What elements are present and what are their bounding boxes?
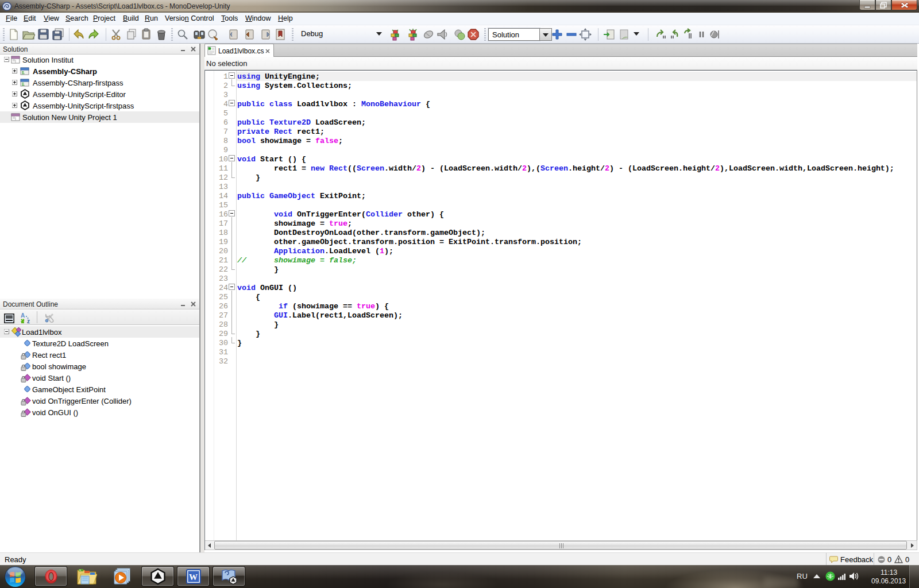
svg-text:A: A	[21, 313, 25, 319]
svg-text:z: z	[27, 318, 30, 324]
svg-text:W: W	[189, 572, 198, 582]
